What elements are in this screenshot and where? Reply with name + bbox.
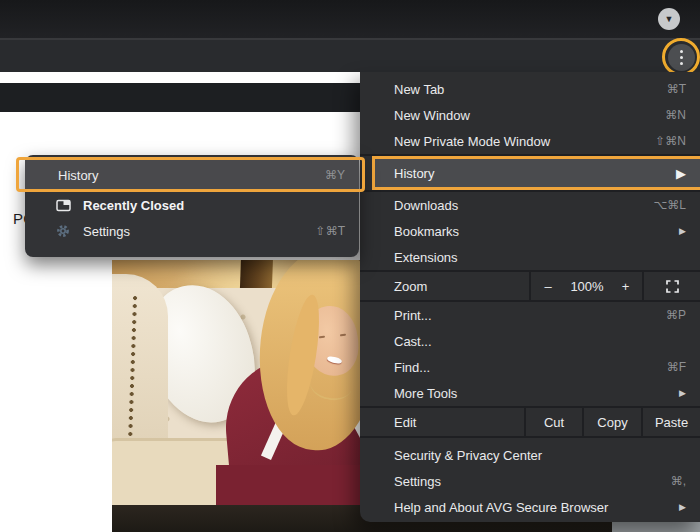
browser-main-menu: New Tab ⌘T New Window ⌘N New Private Mod…	[360, 72, 700, 522]
menu-item-zoom: Zoom – 100% +	[360, 272, 700, 300]
submenu-history-label: History	[58, 168, 98, 183]
menu-item-security-privacy-center[interactable]: Security & Privacy Center	[360, 442, 700, 468]
history-label: History	[394, 166, 434, 181]
extensions-label: Extensions	[394, 250, 458, 265]
zoom-label: Zoom	[360, 272, 529, 300]
find-shortcut: ⌘F	[667, 360, 686, 374]
menu-item-new-tab[interactable]: New Tab ⌘T	[360, 76, 700, 102]
print-label: Print...	[394, 308, 432, 323]
submenu-item-settings[interactable]: Settings ⇧⌘T	[25, 218, 359, 244]
paste-button[interactable]: Paste	[643, 408, 700, 436]
menu-item-extensions[interactable]: Extensions	[360, 244, 700, 270]
menu-item-history[interactable]: History ▶	[372, 156, 700, 190]
downloads-label: Downloads	[394, 198, 458, 213]
menu-item-new-private-window[interactable]: New Private Mode Window ⇧⌘N	[360, 128, 700, 154]
zoom-out-button[interactable]: –	[531, 272, 565, 300]
window-icon	[55, 198, 71, 212]
new-private-label: New Private Mode Window	[394, 134, 550, 149]
zoom-in-button[interactable]: +	[609, 272, 642, 300]
find-label: Find...	[394, 360, 430, 375]
titlebar	[0, 0, 700, 38]
help-label: Help and About AVG Secure Browser	[394, 500, 608, 515]
bookmarks-label: Bookmarks	[394, 224, 459, 239]
cut-button[interactable]: Cut	[526, 408, 582, 436]
submenu-settings-label: Settings	[83, 224, 130, 239]
menu-item-find[interactable]: Find... ⌘F	[360, 354, 700, 380]
print-shortcut: ⌘P	[666, 308, 686, 322]
recently-closed-label: Recently Closed	[83, 198, 184, 213]
new-tab-shortcut: ⌘T	[667, 82, 686, 96]
menu-item-bookmarks[interactable]: Bookmarks ▶	[360, 218, 700, 244]
window-dropdown-button[interactable]: ▼	[658, 8, 680, 30]
settings-shortcut: ⌘,	[671, 474, 686, 488]
menu-item-print[interactable]: Print... ⌘P	[360, 302, 700, 328]
new-window-label: New Window	[394, 108, 470, 123]
copy-button[interactable]: Copy	[584, 408, 641, 436]
chevron-down-icon: ▼	[665, 14, 674, 24]
menu-item-downloads[interactable]: Downloads ⌥⌘L	[360, 192, 700, 218]
new-window-shortcut: ⌘N	[665, 108, 686, 122]
new-private-shortcut: ⇧⌘N	[655, 134, 686, 148]
more-tools-label: More Tools	[394, 386, 457, 401]
edit-label: Edit	[360, 408, 524, 436]
submenu-settings-shortcut: ⇧⌘T	[316, 224, 345, 238]
cast-label: Cast...	[394, 334, 432, 349]
submenu-arrow-icon: ▶	[679, 502, 686, 512]
new-tab-label: New Tab	[394, 82, 444, 97]
menu-item-help-about[interactable]: Help and About AVG Secure Browser ▶	[360, 494, 700, 520]
menu-item-settings[interactable]: Settings ⌘,	[360, 468, 700, 494]
dot-icon	[680, 56, 683, 59]
menu-item-cast[interactable]: Cast...	[360, 328, 700, 354]
dot-icon	[680, 50, 683, 53]
three-dot-menu-button[interactable]	[668, 44, 695, 71]
submenu-history-shortcut: ⌘Y	[325, 168, 345, 182]
fullscreen-button[interactable]	[644, 272, 700, 300]
toolbar	[0, 40, 700, 72]
menu-item-more-tools[interactable]: More Tools ▶	[360, 380, 700, 406]
menu-item-edit: Edit Cut Copy Paste	[360, 408, 700, 436]
zoom-level-value: 100%	[565, 272, 609, 300]
gear-icon	[55, 224, 71, 238]
history-submenu: History ⌘Y Recently Closed Settings ⇧⌘T	[25, 155, 359, 257]
downloads-shortcut: ⌥⌘L	[653, 198, 686, 212]
dot-icon	[680, 62, 683, 65]
security-label: Security & Privacy Center	[394, 448, 542, 463]
submenu-item-history[interactable]: History ⌘Y	[25, 158, 359, 192]
submenu-item-recently-closed[interactable]: Recently Closed	[25, 192, 359, 218]
menu-item-new-window[interactable]: New Window ⌘N	[360, 102, 700, 128]
menu-button-highlight-ring	[662, 38, 700, 76]
submenu-arrow-icon: ▶	[679, 226, 686, 236]
submenu-arrow-icon: ▶	[679, 388, 686, 398]
submenu-arrow-icon: ▶	[676, 166, 686, 181]
fullscreen-icon	[666, 280, 679, 293]
settings-label: Settings	[394, 474, 441, 489]
